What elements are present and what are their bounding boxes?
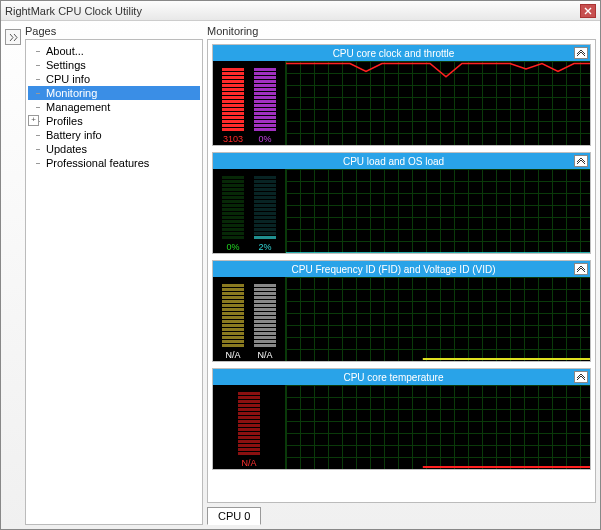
app-window: RightMark CPU Clock Utility Pages About.… — [0, 0, 601, 530]
panel-header: CPU Frequency ID (FID) and Voltage ID (V… — [213, 261, 590, 277]
graph — [285, 385, 590, 469]
panel-collapse-button[interactable] — [574, 155, 588, 167]
graph — [285, 61, 590, 145]
cpu-tabs: CPU 0 — [207, 507, 596, 525]
pages-heading: Pages — [25, 25, 203, 37]
meter-bars — [238, 389, 260, 457]
panel-header: CPU core clock and throttle — [213, 45, 590, 61]
panel-body: N/AN/A — [213, 277, 590, 361]
panel-title: CPU core temperature — [213, 372, 574, 383]
meter: 0% — [251, 65, 279, 145]
meters: N/AN/A — [213, 277, 285, 361]
graph — [285, 169, 590, 253]
close-icon — [584, 7, 592, 15]
pages-tree[interactable]: About...SettingsCPU infoMonitoringManage… — [25, 39, 203, 525]
panel-title: CPU core clock and throttle — [213, 48, 574, 59]
pages-panel: Pages About...SettingsCPU infoMonitoring… — [25, 25, 203, 525]
meter-bars — [222, 281, 244, 349]
monitor-panel: CPU core clock and throttle31030% — [212, 44, 591, 146]
sidebar-item-monitoring[interactable]: Monitoring — [28, 86, 200, 100]
sidebar-item-settings[interactable]: Settings — [28, 58, 200, 72]
sidebar-item-about-[interactable]: About... — [28, 44, 200, 58]
meter-value: 2% — [258, 242, 271, 253]
chevron-up-icon — [576, 373, 586, 381]
meter: N/A — [251, 281, 279, 361]
chevron-right-icon — [9, 34, 18, 41]
meter-value: 3103 — [223, 134, 243, 145]
meter-bars — [254, 65, 276, 133]
graph — [285, 277, 590, 361]
meter: 0% — [219, 173, 247, 253]
close-button[interactable] — [580, 4, 596, 18]
meter-bars — [222, 173, 244, 241]
sidebar-item-cpu-info[interactable]: CPU info — [28, 72, 200, 86]
monitoring-panels: CPU core clock and throttle31030%CPU loa… — [207, 39, 596, 503]
meter-value: 0% — [258, 134, 271, 145]
monitoring-panel: Monitoring CPU core clock and throttle31… — [207, 25, 596, 525]
window-title: RightMark CPU Clock Utility — [5, 5, 580, 17]
meter: N/A — [219, 281, 247, 361]
panel-header: CPU core temperature — [213, 369, 590, 385]
meter-bars — [222, 65, 244, 133]
meter: N/A — [219, 389, 279, 469]
sidebar-item-profiles[interactable]: Profiles — [28, 114, 200, 128]
meter: 2% — [251, 173, 279, 253]
panel-title: CPU load and OS load — [213, 156, 574, 167]
meter-bars — [254, 281, 276, 349]
meter: 3103 — [219, 65, 247, 145]
meters: 31030% — [213, 61, 285, 145]
meter-bars — [254, 173, 276, 241]
chevron-up-icon — [576, 49, 586, 57]
sidebar-item-management[interactable]: Management — [28, 100, 200, 114]
panel-body: 0%2% — [213, 169, 590, 253]
panel-collapse-button[interactable] — [574, 47, 588, 59]
chevron-up-icon — [576, 157, 586, 165]
meter-value: N/A — [225, 350, 240, 361]
sidebar-item-battery-info[interactable]: Battery info — [28, 128, 200, 142]
chevron-up-icon — [576, 265, 586, 273]
monitor-panel: CPU core temperatureN/A — [212, 368, 591, 470]
sidebar-item-updates[interactable]: Updates — [28, 142, 200, 156]
meters: 0%2% — [213, 169, 285, 253]
titlebar: RightMark CPU Clock Utility — [1, 1, 600, 21]
panel-header: CPU load and OS load — [213, 153, 590, 169]
meter-value: 0% — [226, 242, 239, 253]
panel-collapse-button[interactable] — [574, 371, 588, 383]
monitor-panel: CPU load and OS load0%2% — [212, 152, 591, 254]
cpu-tab[interactable]: CPU 0 — [207, 507, 261, 525]
window-body: Pages About...SettingsCPU infoMonitoring… — [1, 21, 600, 529]
panel-body: N/A — [213, 385, 590, 469]
monitor-panel: CPU Frequency ID (FID) and Voltage ID (V… — [212, 260, 591, 362]
panel-collapse-button[interactable] — [574, 263, 588, 275]
panel-title: CPU Frequency ID (FID) and Voltage ID (V… — [213, 264, 574, 275]
meter-value: N/A — [241, 458, 256, 469]
panel-body: 31030% — [213, 61, 590, 145]
meter-value: N/A — [257, 350, 272, 361]
sidebar-toggle[interactable] — [5, 29, 21, 45]
meters: N/A — [213, 385, 285, 469]
monitoring-heading: Monitoring — [207, 25, 596, 37]
sidebar-item-professional-features[interactable]: Professional features — [28, 156, 200, 170]
